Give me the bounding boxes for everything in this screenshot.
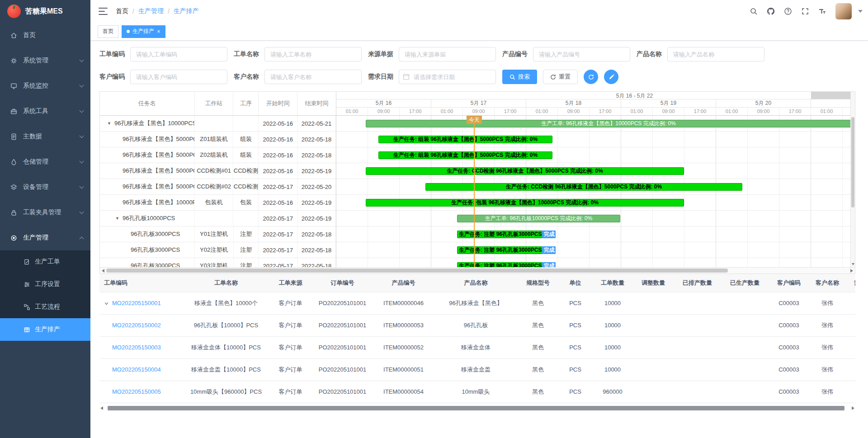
- tab-home[interactable]: 首页: [98, 25, 118, 38]
- sidebar-item-equipment[interactable]: 设备管理: [0, 174, 90, 200]
- scroll-right-button[interactable]: [850, 406, 854, 410]
- workorder-code-link[interactable]: MO202205150004: [112, 366, 161, 373]
- product-code-input[interactable]: [533, 47, 630, 61]
- gantt-bar-task[interactable]: 生产任务: 包装 96孔移液盒【黑色】10000PCS 完成比例: 0%: [366, 199, 684, 207]
- expand-caret-icon[interactable]: [104, 301, 112, 306]
- breadcrumb-production[interactable]: 生产管理: [138, 7, 164, 15]
- workorder-row[interactable]: MO202205150004 移液盒盒盖【10000】PCS 客户订单 PO20…: [99, 358, 855, 381]
- gantt-task-row[interactable]: 96孔移液盒【黑色】5000PCS CCD检测#02 CCD检测 2022-05…: [100, 179, 336, 195]
- app-logo-row[interactable]: 苦糖果MES: [0, 0, 90, 23]
- gantt-task-row[interactable]: 96孔孔板3000PCS Y01注塑机 注塑 2022-05-17 2022-0…: [100, 226, 336, 242]
- gantt-bar-task[interactable]: 生产任务: 注塑 96孔孔板3000PCS完成: [457, 262, 552, 267]
- gantt-task-row[interactable]: 96孔移液盒【黑色】5000PCS Z01组装机 组装 2022-05-16 2…: [100, 132, 336, 147]
- scroll-down-button[interactable]: [851, 261, 855, 267]
- workorder-code-link[interactable]: MO202205150002: [112, 322, 161, 329]
- gantt-bar-task[interactable]: 生产任务: 组装 96孔移液盒【黑色】5000PCS 完成比例: 0%: [378, 136, 552, 143]
- scroll-right-button[interactable]: [849, 268, 854, 273]
- col-product-code: 产品编号: [373, 274, 434, 292]
- source-doc-input[interactable]: [399, 47, 496, 61]
- scrollbar-thumb[interactable]: [108, 406, 844, 410]
- workorder-row[interactable]: MO202205150002 96孔孔板【10000】PCS 客户订单 PO20…: [99, 314, 855, 336]
- timeline-overflow-block: [811, 92, 850, 99]
- gantt-task-row[interactable]: 96孔孔板3000PCS Y03注塑机 注塑 2022-05-17 2022-0…: [100, 258, 336, 267]
- sidebar-item-production-scheduling[interactable]: 生产排产: [0, 318, 90, 341]
- gantt-task-row[interactable]: 96孔移液盒【黑色】5000PCS CCD检测#01 CCD检测 2022-05…: [100, 163, 336, 179]
- sidebar-item-system-tools[interactable]: 系统工具: [0, 99, 90, 124]
- sidebar-item-process-settings[interactable]: 工序设置: [0, 273, 90, 296]
- collapse-caret-icon[interactable]: ▼: [107, 121, 111, 126]
- caret-down-icon[interactable]: [858, 10, 863, 13]
- demand-date-input[interactable]: [399, 70, 496, 84]
- sidebar-item-production[interactable]: 生产管理: [0, 225, 90, 250]
- gantt-timeline: 5月 16 - 5月 22 5月 16 5月 17 5月 18 5月 19 5月…: [336, 92, 850, 267]
- gantt-task-row[interactable]: 96孔移液盒【黑色】10000PCS 包装机 包装 2022-05-16 202…: [100, 195, 336, 211]
- filter-row-1: 工单编码 工单名称 来源单据 产品编号 产品名称: [99, 47, 855, 61]
- sidebar-item-system-admin[interactable]: 系统管理: [0, 48, 90, 73]
- workorder-row[interactable]: MO202205150003 移液盒盒体【10000】PCS 客户订单 PO20…: [99, 336, 855, 358]
- workorder-code-input[interactable]: [130, 47, 227, 61]
- workorder-code-link[interactable]: MO202205150001: [112, 300, 161, 306]
- gantt-horizontal-scrollbar[interactable]: [100, 267, 855, 273]
- menu-label: 系统管理: [23, 57, 48, 65]
- filter-product-code: 产品编号: [502, 47, 630, 61]
- filter-label: 产品编号: [502, 50, 528, 58]
- today-marker-line: [474, 116, 475, 267]
- workorder-name-input[interactable]: [264, 47, 362, 61]
- breadcrumb-scheduling[interactable]: 生产排产: [174, 7, 199, 15]
- timeline-header: 5月 16 - 5月 22 5月 16 5月 17 5月 18 5月 19 5月…: [336, 92, 850, 116]
- gantt-task-row[interactable]: 96孔移液盒【黑色】5000PCS Z02组装机 组装 2022-05-16 2…: [100, 147, 336, 163]
- sidebar-toggle-icon[interactable]: [99, 8, 108, 15]
- table-horizontal-scrollbar[interactable]: [99, 405, 855, 411]
- breadcrumb-home[interactable]: 首页: [116, 7, 128, 15]
- sidebar-item-production-workorder[interactable]: 生产工单: [0, 250, 90, 273]
- font-size-icon[interactable]: [818, 7, 826, 15]
- tab-production-scheduling[interactable]: 生产排产 ×: [122, 25, 165, 38]
- edit-schedule-button[interactable]: [604, 70, 618, 84]
- gantt-bar-task[interactable]: 生产任务: 组装 96孔移液盒【黑色】5000PCS 完成比例: 0%: [378, 151, 552, 159]
- timeline-day-cell: 5月 19: [621, 99, 716, 107]
- workorder-row[interactable]: MO202205150005 10mm吸头【960000】PCS 客户订单 PO…: [99, 381, 855, 403]
- gantt-bar-workorder[interactable]: 生产工单: 96孔移液盒【黑色】10000PCS 完成比例: 0%: [366, 120, 850, 127]
- search-button[interactable]: 搜索: [502, 70, 537, 84]
- gantt-task-row[interactable]: ▼96孔移液盒【黑色】10000PCS 2022-05-16 2022-05-2…: [100, 116, 336, 132]
- sidebar-item-process-flow[interactable]: 工艺流程: [0, 296, 90, 318]
- gantt-task-row[interactable]: ▼96孔孔板10000PCS 2022-05-17 2022-05-19: [100, 211, 336, 226]
- gantt-bar-task[interactable]: 生产任务: 注塑 96孔孔板3000PCS完成: [457, 231, 552, 238]
- avatar[interactable]: [835, 3, 852, 19]
- sidebar-item-warehouse[interactable]: 仓储管理: [0, 149, 90, 174]
- scrollbar-thumb[interactable]: [106, 268, 728, 273]
- scroll-left-button[interactable]: [100, 406, 105, 410]
- workorder-row[interactable]: MO202205150001 移液盒【黑色】10000个 客户订单 PO2022…: [99, 292, 855, 314]
- workorder-code-link[interactable]: MO202205150003: [112, 344, 161, 351]
- gantt-bar-task[interactable]: 生产任务: CCD检测 96孔移液盒【黑色】5000PCS 完成比例: 0%: [425, 183, 742, 191]
- sidebar-item-home[interactable]: 首页: [0, 23, 90, 48]
- scrollbar-thumb[interactable]: [851, 117, 854, 207]
- col-workorder-code: 工单编码: [99, 274, 183, 292]
- scroll-left-button[interactable]: [100, 268, 106, 273]
- gantt-bar-task[interactable]: 生产任务: 注塑 96孔孔板3000PCS完成: [457, 246, 552, 254]
- fullscreen-icon[interactable]: [801, 7, 809, 15]
- sidebar-item-master-data[interactable]: 主数据: [0, 124, 90, 149]
- timeline-hour-cell: 01:00: [431, 108, 463, 115]
- help-icon[interactable]: [784, 7, 792, 15]
- github-icon[interactable]: [767, 7, 775, 15]
- product-name-input[interactable]: [667, 47, 764, 61]
- gantt-task-row[interactable]: 96孔孔板3000PCS Y02注塑机 注塑 2022-05-17 2022-0…: [100, 242, 336, 258]
- close-icon[interactable]: ×: [157, 28, 160, 34]
- breadcrumb: 首页 / 生产管理 / 生产排产: [116, 7, 199, 15]
- gantt-vertical-scrollbar[interactable]: [850, 92, 855, 267]
- sidebar-item-fixtures[interactable]: 工装夹具管理: [0, 200, 90, 225]
- filter-label: 需求日期: [368, 73, 393, 81]
- search-icon: [509, 74, 515, 80]
- reset-button[interactable]: 重置: [543, 70, 578, 84]
- col-product-name: 产品名称: [434, 274, 518, 292]
- sidebar-item-system-monitor[interactable]: 系统监控: [0, 73, 90, 99]
- sync-schedule-button[interactable]: [584, 70, 598, 84]
- customer-code-input[interactable]: [130, 70, 227, 84]
- collapse-caret-icon[interactable]: ▼: [115, 216, 119, 221]
- workorder-code-link[interactable]: MO202205150005: [112, 388, 161, 395]
- gantt-bar-task[interactable]: 生产任务: CCD检测 96孔移液盒【黑色】5000PCS 完成比例: 0%: [366, 167, 684, 175]
- customer-name-input[interactable]: [264, 70, 362, 84]
- search-icon[interactable]: [750, 7, 758, 15]
- gantt-bar-workorder[interactable]: 生产工单: 96孔孔板10000PCS 完成比例: 0%: [457, 215, 620, 222]
